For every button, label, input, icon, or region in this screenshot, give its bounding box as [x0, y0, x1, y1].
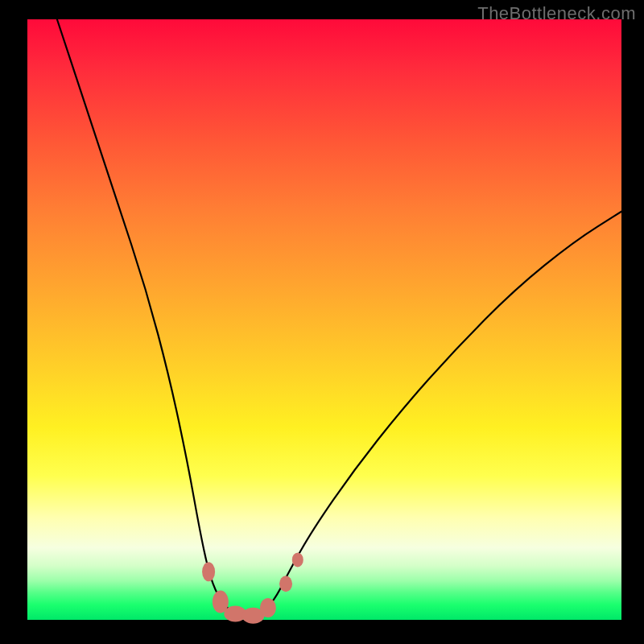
marker-point — [260, 598, 276, 617]
marker-point — [292, 552, 303, 567]
chart-frame: TheBottleneck.com — [0, 0, 644, 644]
marker-point — [279, 576, 292, 592]
watermark-label: TheBottleneck.com — [477, 3, 636, 24]
bottleneck-curve — [57, 19, 621, 617]
curve-markers — [202, 552, 303, 623]
marker-point — [202, 562, 215, 581]
bottleneck-chart — [27, 19, 621, 620]
